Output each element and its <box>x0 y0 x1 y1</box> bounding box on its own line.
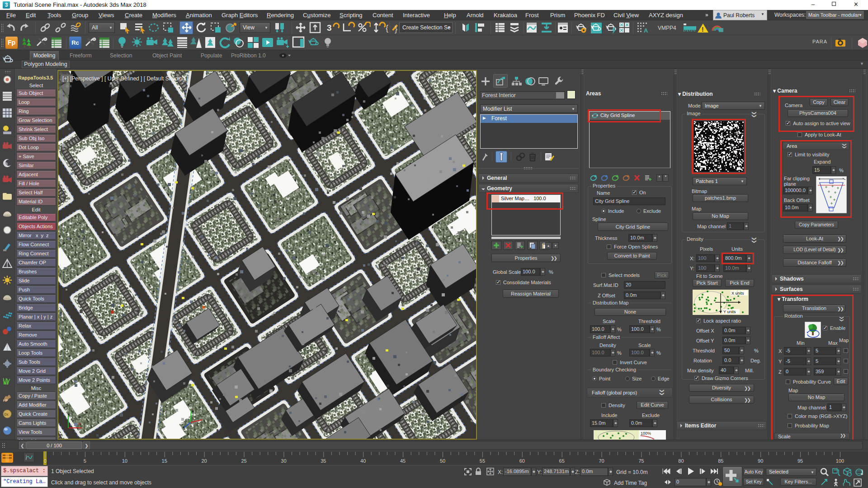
svg-text:35: 35 <box>321 458 326 464</box>
svg-text:{: { <box>386 23 388 33</box>
svg-text:0x: 0x <box>4 412 9 417</box>
svg-text:3: 3 <box>327 23 332 33</box>
svg-text:20: 20 <box>201 458 207 464</box>
svg-text:!: ! <box>702 26 704 33</box>
svg-text:[+] [Perspective ] [ User Defi: [+] [Perspective ] [ User Defined ] [ De… <box>62 75 188 82</box>
svg-text:75: 75 <box>638 458 644 464</box>
svg-text:25: 25 <box>241 458 246 464</box>
svg-text:95: 95 <box>797 458 803 464</box>
svg-text:10: 10 <box>122 458 127 464</box>
svg-text:100: 100 <box>836 458 844 464</box>
svg-text:30: 30 <box>281 458 286 464</box>
svg-text:x: x <box>78 422 80 426</box>
svg-text:5: 5 <box>84 458 86 464</box>
svg-text:55: 55 <box>480 458 485 464</box>
svg-text:HF: HF <box>3 399 8 402</box>
svg-text:50: 50 <box>440 458 445 464</box>
svg-text:X units: X units <box>731 291 744 296</box>
svg-text:100%: 100% <box>641 431 651 436</box>
svg-text:A: A <box>644 27 648 34</box>
svg-text:60: 60 <box>519 458 525 464</box>
svg-text:90: 90 <box>758 458 763 464</box>
svg-text:}: } <box>395 24 397 33</box>
svg-text:Y units: Y units <box>723 310 736 314</box>
svg-text:45: 45 <box>400 458 406 464</box>
svg-text:15: 15 <box>162 458 167 464</box>
svg-text:40: 40 <box>360 458 366 464</box>
svg-text:0: 0 <box>44 458 47 464</box>
svg-text:85: 85 <box>718 458 723 464</box>
svg-text:65: 65 <box>559 458 565 464</box>
svg-text:80: 80 <box>678 458 684 464</box>
svg-text:70: 70 <box>599 458 604 464</box>
